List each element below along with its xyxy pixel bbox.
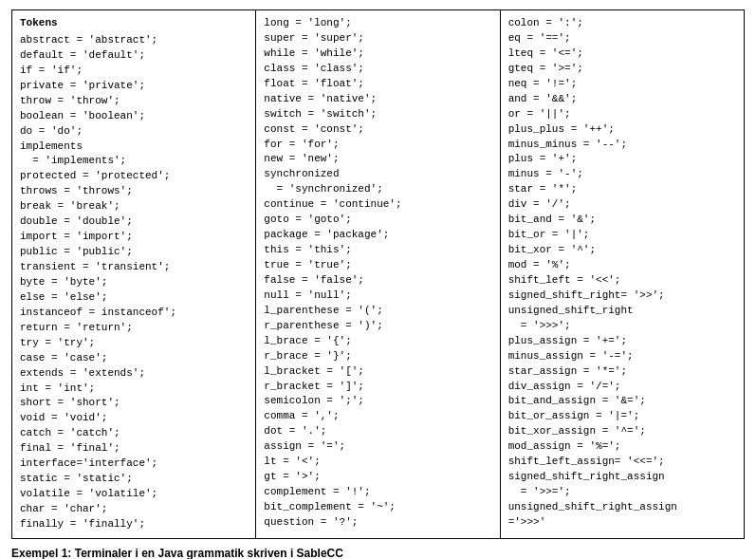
list-item: plus = '+'; <box>508 152 736 167</box>
column-1: Tokens abstract = 'abstract';default = '… <box>12 10 256 538</box>
list-item: break = 'break'; <box>20 199 248 214</box>
list-item: plus_assign = '+='; <box>508 334 736 349</box>
list-item: return = 'return'; <box>20 321 248 336</box>
list-item: null = 'null'; <box>264 289 491 304</box>
list-item: throw = 'throw'; <box>20 94 248 109</box>
list-item: static = 'static'; <box>20 472 248 487</box>
list-item: = 'synchronized'; <box>264 182 491 197</box>
list-item: volatile = 'volatile'; <box>20 487 248 502</box>
list-item: short = 'short'; <box>20 396 248 411</box>
list-item: continue = 'continue'; <box>264 197 491 213</box>
list-item: mod_assign = '%='; <box>508 439 736 455</box>
list-item: this = 'this'; <box>264 243 491 258</box>
list-item: star_assign = '*='; <box>508 364 736 380</box>
list-item: bit_or_assign = '|='; <box>508 409 736 424</box>
list-item: extends = 'extends'; <box>20 366 248 382</box>
list-item: import = 'import'; <box>20 230 248 245</box>
list-item: public = 'public'; <box>20 245 248 260</box>
list-item: bit_and_assign = '&='; <box>508 394 736 409</box>
list-item: throws = 'throws'; <box>20 184 248 199</box>
list-item: comma = ','; <box>264 409 491 424</box>
list-item: class = 'class'; <box>264 62 491 77</box>
list-item: if = 'if'; <box>20 64 248 79</box>
list-item: do = 'do'; <box>20 124 248 140</box>
list-item: const = 'const'; <box>264 122 491 138</box>
list-item: void = 'void'; <box>20 411 248 426</box>
list-item: false = 'false'; <box>264 273 491 289</box>
list-item: gteq = '>='; <box>508 62 736 77</box>
list-item: implements <box>20 140 248 155</box>
list-item: unsigned_shift_right <box>508 304 736 319</box>
list-item: finally = 'finally'; <box>20 517 248 532</box>
list-item: private = 'private'; <box>20 79 248 94</box>
list-item: protected = 'protected'; <box>20 169 248 184</box>
list-item: float = 'float'; <box>264 77 491 92</box>
list-item: question = '?'; <box>264 515 491 531</box>
list-item: semicolon = ';'; <box>264 394 491 409</box>
list-item: native = 'native'; <box>264 92 491 107</box>
list-item: synchronized <box>264 167 491 182</box>
list-item: minus_assign = '-='; <box>508 349 736 364</box>
col1-lines: abstract = 'abstract';default = 'default… <box>20 33 248 532</box>
list-item: lt = '<'; <box>264 455 491 470</box>
list-item: double = 'double'; <box>20 214 248 230</box>
column-3: colon = ':';eq = '==';lteq = '<=';gteq =… <box>501 10 744 538</box>
caption: Exempel 1: Terminaler i en Java grammati… <box>11 547 745 559</box>
list-item: abstract = 'abstract'; <box>20 33 248 48</box>
list-item: unsigned_shift_right_assign <box>508 500 736 515</box>
list-item: div = '/'; <box>508 197 736 213</box>
list-item: package = 'package'; <box>264 228 491 243</box>
list-item: bit_or = '|'; <box>508 228 736 243</box>
list-item: interface='interface'; <box>20 457 248 472</box>
list-item: minus_minus = '--'; <box>508 138 736 153</box>
list-item: shift_left_assign= '<<='; <box>508 455 736 470</box>
list-item: signed_shift_right= '>>'; <box>508 289 736 304</box>
col1-header: Tokens <box>20 16 248 31</box>
list-item: else = 'else'; <box>20 290 248 306</box>
list-item: case = 'case'; <box>20 351 248 366</box>
list-item: while = 'while'; <box>264 47 491 62</box>
list-item: bit_xor = '^'; <box>508 243 736 258</box>
list-item: try = 'try'; <box>20 336 248 351</box>
list-item: star = '*'; <box>508 182 736 197</box>
list-item: new = 'new'; <box>264 152 491 167</box>
list-item: div_assign = '/='; <box>508 380 736 395</box>
list-item: byte = 'byte'; <box>20 275 248 290</box>
list-item: colon = ':'; <box>508 16 736 31</box>
col2-lines: long = 'long';super = 'super';while = 'w… <box>264 16 491 531</box>
list-item: r_brace = '}'; <box>264 349 491 364</box>
column-2: long = 'long';super = 'super';while = 'w… <box>256 10 500 538</box>
list-item: final = 'final'; <box>20 441 248 457</box>
list-item: for = 'for'; <box>264 138 491 153</box>
list-item: complement = '!'; <box>264 485 491 500</box>
list-item: signed_shift_right_assign <box>508 470 736 485</box>
list-item: switch = 'switch'; <box>264 107 491 122</box>
list-item: boolean = 'boolean'; <box>20 109 248 124</box>
list-item: r_bracket = ']'; <box>264 380 491 395</box>
list-item: bit_xor_assign = '^='; <box>508 424 736 439</box>
list-item: minus = '-'; <box>508 167 736 182</box>
list-item: plus_plus = '++'; <box>508 122 736 138</box>
list-item: l_bracket = '['; <box>264 364 491 380</box>
list-item: assign = '='; <box>264 439 491 455</box>
list-item: transient = 'transient'; <box>20 260 248 275</box>
list-item: int = 'int'; <box>20 382 248 397</box>
columns-wrapper: Tokens abstract = 'abstract';default = '… <box>11 9 745 539</box>
list-item: l_brace = '{'; <box>264 334 491 349</box>
list-item: shift_left = '<<'; <box>508 273 736 289</box>
col3-lines: colon = ':';eq = '==';lteq = '<=';gteq =… <box>508 16 736 531</box>
list-item: = '>>='; <box>508 485 736 500</box>
list-item: lteq = '<='; <box>508 47 736 62</box>
list-item: and = '&&'; <box>508 92 736 107</box>
main-container: Tokens abstract = 'abstract';default = '… <box>11 9 745 559</box>
list-item: true = 'true'; <box>264 258 491 273</box>
list-item: gt = '>'; <box>264 470 491 485</box>
list-item: r_parenthese = ')'; <box>264 319 491 334</box>
list-item: or = '||'; <box>508 107 736 122</box>
list-item: neq = '!='; <box>508 77 736 92</box>
list-item: = 'implements'; <box>20 154 248 169</box>
list-item: instanceof = instanceof'; <box>20 306 248 321</box>
list-item: mod = '%'; <box>508 258 736 273</box>
list-item: = '>>>'; <box>508 319 736 334</box>
list-item: catch = 'catch'; <box>20 426 248 441</box>
